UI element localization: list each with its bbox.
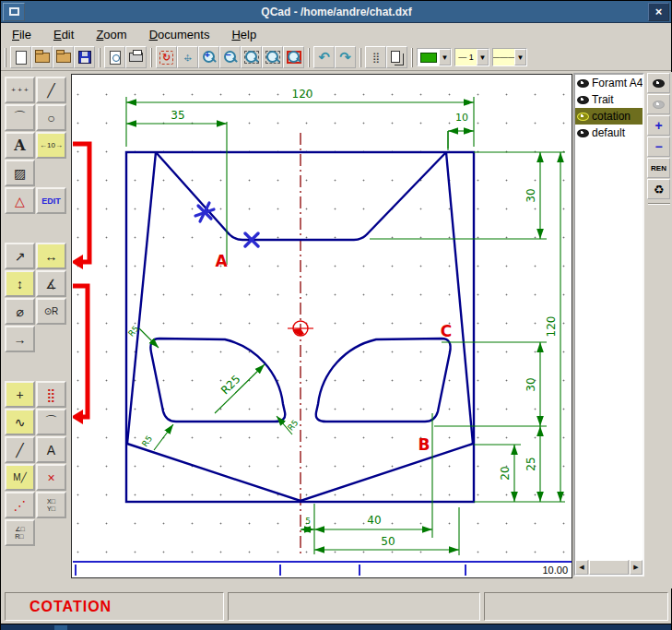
layer-visible-icon[interactable]	[577, 96, 589, 104]
hide-all-layers-button[interactable]	[647, 94, 670, 114]
pan-button[interactable]: ↔↕	[177, 46, 198, 68]
menu-zoom[interactable]: Zoom	[88, 26, 134, 43]
layer-row-cotation[interactable]: cotation	[575, 108, 643, 125]
eye-icon	[653, 79, 665, 88]
layer-row-default[interactable]: default	[575, 125, 643, 141]
taskbar-segment	[54, 625, 67, 630]
canvas-ruler[interactable]: 10.00	[73, 561, 572, 577]
layer-row-trait[interactable]: Trait	[575, 91, 643, 108]
scroll-left-arrow[interactable]: ◀	[575, 560, 588, 575]
edit-button[interactable]: EDIT	[36, 187, 66, 214]
snap-manual-tool[interactable]: M╱	[5, 464, 35, 491]
toolbar-grip	[5, 48, 6, 67]
right-eye-hole[interactable]	[316, 339, 451, 422]
circle-tool[interactable]: ○	[36, 104, 66, 131]
snap-free-tool[interactable]: +	[5, 381, 35, 408]
snap-distance-tool[interactable]: ⋰	[5, 492, 35, 518]
toolbar-grip	[411, 48, 413, 67]
add-layer-button[interactable]: +	[647, 115, 670, 136]
dim-vertical-tool[interactable]: ↕	[5, 270, 35, 297]
layer-visible-icon[interactable]	[577, 79, 589, 88]
active-command-label: COTATION	[6, 599, 112, 615]
grid-icon: ⣿	[372, 52, 379, 64]
center-mark[interactable]	[288, 321, 313, 336]
zoom-in-button[interactable]: +	[198, 46, 219, 68]
zoom-out-button[interactable]: −	[219, 46, 241, 68]
drawing-paper[interactable]: 120 35 10 30 30 25 20 120	[73, 76, 572, 562]
snap-auto-tool[interactable]: A	[36, 436, 66, 463]
layer-visible-icon[interactable]	[577, 129, 589, 137]
scroll-thumb[interactable]	[589, 560, 629, 575]
layer-list-toggle-button[interactable]	[386, 46, 407, 68]
close-button[interactable]: ×	[648, 3, 669, 21]
zoom-auto-button[interactable]	[262, 46, 283, 68]
dropdown-arrow-icon[interactable]: ▼	[514, 49, 526, 65]
new-file-button[interactable]	[10, 46, 31, 68]
layer-visible-icon[interactable]	[577, 113, 589, 121]
snap-entity-tool[interactable]: ⌒	[36, 409, 66, 435]
line-tool[interactable]: ╱	[36, 77, 66, 103]
menu-file[interactable]: File	[5, 26, 39, 43]
snap-intersection-tool[interactable]: ×	[36, 464, 66, 491]
dim-aligned-tool[interactable]: ↗	[5, 243, 35, 269]
color-dropdown[interactable]: ▼	[417, 48, 452, 66]
dim-top-width: 120	[292, 88, 313, 101]
arc-tool[interactable]: ⌒	[5, 104, 35, 131]
dim-angular-tool[interactable]: ∡	[36, 270, 66, 297]
open-file-button[interactable]	[31, 46, 53, 68]
grid-toggle-button[interactable]: ⣿	[365, 46, 386, 68]
dropdown-arrow-icon[interactable]: ▼	[439, 49, 451, 65]
close-file-button[interactable]	[53, 46, 74, 68]
undo-button[interactable]: ↶	[313, 46, 335, 68]
redo-button[interactable]: ↷	[335, 46, 356, 68]
coord-polar-tool[interactable]: ∠□ R□	[5, 519, 35, 546]
redraw-icon: ↻	[159, 51, 173, 65]
print-preview-button[interactable]	[104, 46, 125, 68]
redraw-button[interactable]: ↻	[156, 46, 177, 68]
dim-horizontal-tool[interactable]: ↔	[36, 243, 66, 269]
toolbar-grip	[308, 48, 310, 67]
save-file-button[interactable]	[74, 46, 95, 68]
zoom-window-button[interactable]	[241, 46, 262, 68]
dim-diameter-tool[interactable]: ⌀	[5, 298, 35, 325]
points-tool[interactable]: + + +	[5, 77, 35, 103]
coord-xy-tool[interactable]: X□ Y□	[36, 492, 66, 518]
toolbar-separator	[99, 48, 100, 67]
scroll-right-arrow[interactable]: ▶	[630, 560, 643, 575]
layer-list-scrollbar[interactable]: ◀ ▶	[575, 560, 643, 575]
menu-help[interactable]: Help	[224, 26, 264, 43]
snap-grid-tool[interactable]: ⣿	[36, 381, 66, 408]
menu-documents[interactable]: Documents	[142, 26, 218, 43]
line-style-dropdown[interactable]: ——— ▼	[492, 48, 527, 66]
statusbar: COTATION	[1, 590, 671, 624]
point-labels[interactable]: A B C	[215, 252, 452, 454]
dim-leader-tool[interactable]: →	[5, 326, 35, 352]
show-all-layers-button[interactable]	[647, 73, 670, 93]
system-menu-button[interactable]	[3, 3, 25, 21]
layer-row-format[interactable]: Foramt A4	[575, 75, 643, 91]
dimensions[interactable]: 120 35 10 30 30 25 20 120	[126, 88, 560, 550]
ruler-tick	[465, 565, 466, 576]
left-eye-hole[interactable]	[150, 339, 285, 422]
drawing-canvas[interactable]: 120 35 10 30 30 25 20 120	[71, 74, 572, 578]
dropdown-arrow-icon[interactable]: ▼	[477, 49, 489, 65]
dim-center-offset: 5	[305, 517, 311, 526]
delete-layer-button[interactable]: ♻	[647, 179, 670, 199]
undo-icon: ↶	[318, 49, 330, 65]
print-button[interactable]	[125, 46, 147, 68]
dimension-tool[interactable]: ←10→	[36, 132, 66, 159]
measure-tool[interactable]: △	[5, 187, 35, 214]
annotation-arrow-bottom	[73, 286, 88, 424]
zoom-previous-button[interactable]	[283, 46, 304, 68]
rename-layer-button[interactable]: REN	[647, 158, 670, 178]
remove-layer-button[interactable]: −	[647, 137, 670, 157]
menubar: File Edit Zoom Documents Help	[1, 24, 671, 44]
menu-edit[interactable]: Edit	[46, 26, 81, 43]
hatch-tool[interactable]: ▨	[5, 160, 35, 186]
dim-radius-tool[interactable]: ⊙R	[36, 298, 66, 325]
snap-endpoint-tool[interactable]: ∿	[5, 409, 35, 435]
snap-middle-tool[interactable]: ╱	[5, 436, 35, 463]
layer-list[interactable]: Foramt A4 Trait cotation default ◀ ▶	[573, 73, 644, 577]
line-width-dropdown[interactable]: — 1 ▼	[454, 48, 489, 66]
text-tool[interactable]: A	[5, 132, 35, 159]
